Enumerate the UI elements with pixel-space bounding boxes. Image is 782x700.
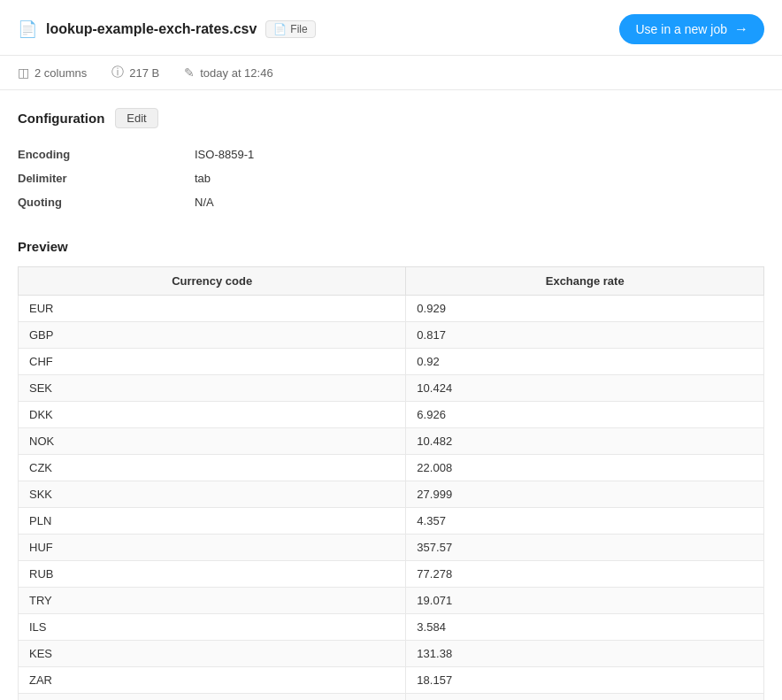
currency-cell: TRY (19, 588, 406, 614)
preview-table: Currency code Exchange rate EUR 0.929 GB… (18, 266, 764, 700)
currency-cell: KES (19, 641, 406, 667)
table-row: HUF 357.57 (19, 535, 764, 561)
table-row: SKK 27.999 (19, 481, 764, 508)
currency-cell: CZK (19, 455, 406, 481)
size-label: 217 B (129, 66, 159, 80)
table-row: NOK 10.482 (19, 428, 764, 455)
currency-cell: GBP (19, 322, 406, 349)
pencil-icon: ✎ (184, 65, 195, 80)
columns-label: 2 columns (34, 66, 87, 80)
currency-cell: CHF (19, 349, 406, 375)
table-row: PLN 4.357 (19, 508, 764, 535)
rate-cell: 77.278 (406, 561, 764, 588)
currency-cell: ILS (19, 614, 406, 641)
table-row: GBP 0.817 (19, 322, 764, 349)
currency-cell: PLN (19, 508, 406, 535)
rate-cell: 19.071 (406, 588, 764, 614)
header-left: 📄 lookup-example-exch-rates.csv 📄 File (18, 19, 316, 39)
info-icon: ⓘ (111, 65, 124, 81)
file-type-badge: 📄 File (265, 20, 315, 38)
config-row: Quoting N/A (18, 190, 764, 214)
config-value: tab (195, 172, 211, 185)
rate-cell: 10.28 (406, 694, 764, 701)
table-row: DKK 6.926 (19, 402, 764, 428)
table-row: EUR 0.929 (19, 296, 764, 322)
rate-cell: 18.157 (406, 667, 764, 694)
config-label: Delimiter (18, 172, 195, 185)
config-row: Encoding ISO-8859-1 (18, 142, 764, 166)
rate-cell: 0.929 (406, 296, 764, 322)
arrow-icon: → (734, 21, 748, 37)
currency-cell: MAD (19, 694, 406, 701)
page-header: 📄 lookup-example-exch-rates.csv 📄 File U… (0, 0, 782, 56)
table-header: Currency code Exchange rate (19, 267, 764, 296)
rate-cell: 4.357 (406, 508, 764, 535)
modified-meta: ✎ today at 12:46 (184, 65, 272, 80)
main-content: Configuration Edit Encoding ISO-8859-1 D… (0, 90, 782, 700)
rate-cell: 27.999 (406, 481, 764, 508)
edit-configuration-button[interactable]: Edit (115, 108, 157, 128)
file-title: lookup-example-exch-rates.csv (46, 21, 257, 37)
rate-cell: 357.57 (406, 535, 764, 561)
config-value: ISO-8859-1 (195, 148, 254, 161)
rate-cell: 6.926 (406, 402, 764, 428)
use-job-label: Use in a new job (635, 22, 727, 36)
configuration-table: Encoding ISO-8859-1 Delimiter tab Quotin… (18, 142, 764, 214)
rate-cell: 0.92 (406, 349, 764, 375)
modified-label: today at 12:46 (200, 66, 272, 80)
rate-cell: 131.38 (406, 641, 764, 667)
currency-cell: DKK (19, 402, 406, 428)
size-meta: ⓘ 217 B (111, 65, 159, 81)
columns-meta: ◫ 2 columns (18, 65, 87, 80)
columns-icon: ◫ (18, 65, 29, 80)
currency-cell: RUB (19, 561, 406, 588)
configuration-section-header: Configuration Edit (18, 108, 764, 128)
currency-cell: SKK (19, 481, 406, 508)
currency-cell: NOK (19, 428, 406, 455)
currency-cell: SEK (19, 375, 406, 402)
currency-code-header: Currency code (19, 267, 406, 296)
table-row: CZK 22.008 (19, 455, 764, 481)
rate-cell: 22.008 (406, 455, 764, 481)
config-label: Encoding (18, 148, 195, 161)
badge-label: File (290, 23, 307, 35)
configuration-title: Configuration (18, 111, 104, 126)
file-document-icon: 📄 (18, 19, 37, 39)
rate-cell: 3.584 (406, 614, 764, 641)
rate-cell: 10.424 (406, 375, 764, 402)
use-in-new-job-button[interactable]: Use in a new job → (619, 14, 764, 44)
table-row: KES 131.38 (19, 641, 764, 667)
table-row: CHF 0.92 (19, 349, 764, 375)
currency-cell: EUR (19, 296, 406, 322)
meta-bar: ◫ 2 columns ⓘ 217 B ✎ today at 12:46 (0, 56, 782, 90)
preview-title: Preview (18, 239, 764, 254)
table-row: ZAR 18.157 (19, 667, 764, 694)
table-body: EUR 0.929 GBP 0.817 CHF 0.92 SEK 10.424 … (19, 296, 764, 701)
table-row: TRY 19.071 (19, 588, 764, 614)
config-row: Delimiter tab (18, 166, 764, 190)
preview-section: Preview Currency code Exchange rate EUR … (18, 239, 764, 700)
table-row: RUB 77.278 (19, 561, 764, 588)
exchange-rate-header: Exchange rate (406, 267, 764, 296)
badge-icon: 📄 (273, 23, 287, 35)
table-row: MAD 10.28 (19, 694, 764, 701)
currency-cell: HUF (19, 535, 406, 561)
table-row: SEK 10.424 (19, 375, 764, 402)
currency-cell: ZAR (19, 667, 406, 694)
table-row: ILS 3.584 (19, 614, 764, 641)
rate-cell: 0.817 (406, 322, 764, 349)
config-label: Quoting (18, 196, 195, 209)
config-value: N/A (195, 196, 214, 209)
rate-cell: 10.482 (406, 428, 764, 455)
